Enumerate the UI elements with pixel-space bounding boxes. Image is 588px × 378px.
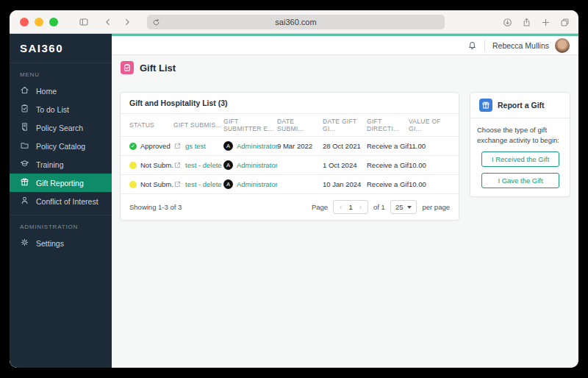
showing-count: Showing 1-3 of 3 xyxy=(129,203,182,211)
traffic-lights xyxy=(20,18,58,26)
report-gift-card: Report a Gift Choose the type of gift ex… xyxy=(470,92,570,197)
received-gift-button[interactable]: I Received the Gift xyxy=(481,151,559,167)
page-title: Gift List xyxy=(140,63,176,74)
page-stepper: ‹ 1 › xyxy=(333,200,368,214)
sidebar-item-training[interactable]: Training xyxy=(10,155,112,174)
external-link-icon xyxy=(173,161,182,169)
table-row: Not Subm... test - delete A Administrato… xyxy=(121,155,459,174)
column-header-value-of-gift[interactable]: VALUE OF GI... xyxy=(409,118,450,132)
submitter-link[interactable]: Administrator xyxy=(237,180,277,188)
gift-list-page-icon xyxy=(121,61,134,74)
date-gift-given-cell: 1 Oct 2024 xyxy=(323,161,367,169)
sidebar-item-policy-catalog[interactable]: Policy Catalog xyxy=(10,137,112,155)
graduation-cap-icon xyxy=(20,159,29,170)
sidebar-item-settings[interactable]: Settings xyxy=(10,234,112,252)
status-text: Approved xyxy=(140,142,171,150)
forward-button[interactable] xyxy=(123,18,132,26)
close-window-button[interactable] xyxy=(20,18,29,26)
table-row: Not Subm... test - delete A Administrato… xyxy=(121,174,459,193)
column-header-gift-direction[interactable]: GIFT DIRECTI... xyxy=(367,118,409,132)
next-page-button[interactable]: › xyxy=(359,203,362,211)
gift-submission-link[interactable]: test - delete xyxy=(185,161,222,169)
external-link-icon xyxy=(173,180,182,188)
value-of-gift-cell: 10.00 xyxy=(409,180,450,188)
sidebar-item-label: Conflict of Interest xyxy=(36,197,98,206)
sidebar-item-label: Gift Reporting xyxy=(36,179,84,188)
user-avatar[interactable] xyxy=(555,38,570,53)
of-pages-label: of 1 xyxy=(373,203,385,211)
address-bar[interactable]: sai360.com xyxy=(147,15,445,29)
header-divider xyxy=(484,40,485,51)
chevron-down-icon xyxy=(407,206,412,209)
previous-page-button[interactable]: ‹ xyxy=(340,203,342,211)
submitter-link[interactable]: Administrator xyxy=(237,161,277,169)
current-page-number[interactable]: 1 xyxy=(348,203,352,211)
column-header-date-submitted[interactable]: DATE SUBMI... xyxy=(277,118,323,132)
report-gift-description: Choose the type of gift exchange activit… xyxy=(477,125,563,146)
sidebar-item-label: Settings xyxy=(36,239,64,248)
submitter-initial-avatar: A xyxy=(223,179,233,189)
sai360-logo: SAI360 xyxy=(10,34,112,63)
gift-icon xyxy=(20,177,29,188)
status-text: Not Subm... xyxy=(140,161,173,169)
submitter-link[interactable]: Administrator xyxy=(237,142,277,150)
sidebar-item-conflict-of-interest[interactable]: Conflict of Interest xyxy=(10,192,112,210)
gift-list-card-title: Gift and Hospitality List (3) xyxy=(129,99,228,107)
value-of-gift-cell: 11.00 xyxy=(409,142,450,150)
share-icon[interactable] xyxy=(522,18,531,27)
gift-direction-cell: Receive a Gift xyxy=(367,161,409,169)
submitter-initial-avatar: A xyxy=(223,141,233,151)
person-icon xyxy=(20,196,29,207)
column-header-status[interactable]: STATUS xyxy=(129,121,173,129)
tab-overview-icon[interactable] xyxy=(560,18,570,27)
reload-icon[interactable] xyxy=(152,18,160,26)
status-not-submitted-icon xyxy=(129,181,137,188)
zoom-window-button[interactable] xyxy=(49,18,58,26)
minimize-window-button[interactable] xyxy=(35,18,43,26)
app-header: Rebecca Mullins xyxy=(112,36,578,55)
sidebar-item-home[interactable]: Home xyxy=(10,82,112,100)
table-header-row: STATUS GIFT SUBMIS... GIFT SUBMITTER E..… xyxy=(121,114,459,136)
column-header-date-gift-given[interactable]: DATE GIFT GI... xyxy=(323,118,367,132)
sidebar-item-label: Home xyxy=(36,87,57,96)
gift-submission-link[interactable]: test - delete xyxy=(185,180,222,188)
date-gift-given-cell: 10 Jan 2024 xyxy=(323,180,367,188)
page-label: Page xyxy=(312,203,328,211)
gift-submission-link[interactable]: gs test xyxy=(185,142,206,150)
gear-icon xyxy=(20,238,29,249)
url-text: sai360.com xyxy=(147,18,445,26)
sidebar-item-gift-reporting[interactable]: Gift Reporting xyxy=(10,174,112,192)
sidebar-toggle-icon[interactable] xyxy=(79,17,89,27)
table-row: ✓ Approved gs test A Administrator 9 Mar… xyxy=(121,136,459,155)
notifications-bell-icon[interactable] xyxy=(467,40,477,50)
value-of-gift-cell: 10.00 xyxy=(409,161,450,169)
sidebar-item-todo-list[interactable]: To do List xyxy=(10,100,112,118)
external-link-icon xyxy=(173,142,182,150)
report-gift-icon xyxy=(479,99,492,112)
status-text: Not Subm... xyxy=(140,180,173,188)
column-header-gift-submitter[interactable]: GIFT SUBMITTER E... xyxy=(223,118,277,132)
per-page-value: 25 xyxy=(395,203,404,211)
sidebar-item-label: Policy Catalog xyxy=(36,142,85,151)
clipboard-icon xyxy=(20,104,29,115)
user-name[interactable]: Rebecca Mullins xyxy=(492,41,549,50)
sidebar-item-label: Policy Search xyxy=(36,124,83,132)
column-header-gift-submission[interactable]: GIFT SUBMIS... xyxy=(173,121,223,129)
date-submitted-cell: 9 Mar 2022 xyxy=(277,142,323,150)
administration-section-label: ADMINISTRATION xyxy=(10,215,112,234)
browser-chrome: sai360.com xyxy=(10,10,578,34)
downloads-icon[interactable] xyxy=(503,18,512,27)
new-tab-icon[interactable] xyxy=(541,18,551,27)
per-page-label: per page xyxy=(422,203,450,211)
date-gift-given-cell: 28 Oct 2021 xyxy=(323,142,367,150)
sidebar: SAI360 MENU Home To do List Policy Searc… xyxy=(10,34,112,368)
home-icon xyxy=(20,85,29,96)
per-page-select[interactable]: 25 xyxy=(390,200,417,214)
gave-gift-button[interactable]: I Gave the Gift xyxy=(481,173,559,188)
main-content: Gift List Gift and Hospitality List (3) … xyxy=(112,55,578,368)
sidebar-item-policy-search[interactable]: Policy Search xyxy=(10,118,112,137)
gift-direction-cell: Receive a Gift xyxy=(367,142,409,150)
folder-icon xyxy=(20,140,29,151)
gift-direction-cell: Receive a Gift xyxy=(367,180,409,188)
back-button[interactable] xyxy=(104,18,112,26)
